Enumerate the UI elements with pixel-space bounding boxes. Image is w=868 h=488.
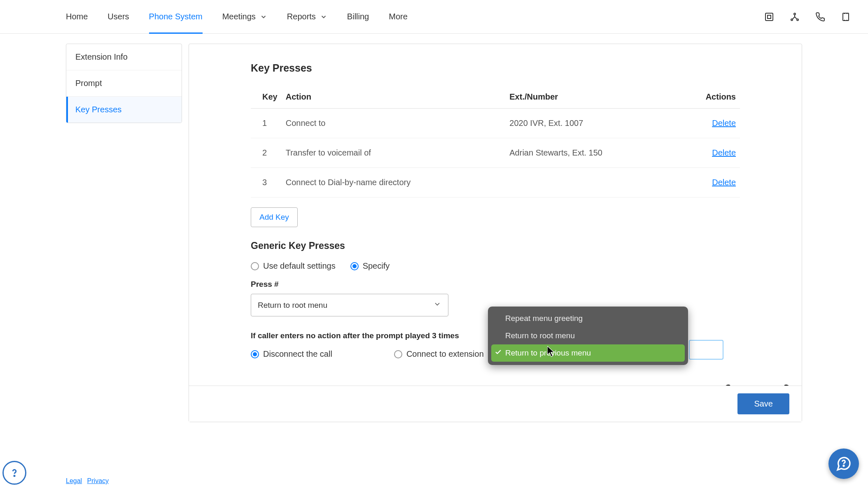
svg-point-3 <box>791 19 793 21</box>
svg-point-2 <box>794 13 796 15</box>
svg-rect-0 <box>765 13 773 21</box>
nav-reports[interactable]: Reports <box>287 0 327 33</box>
table-row: 1 Connect to 2020 IVR, Ext. 1007 Delete <box>251 109 740 138</box>
nav-home[interactable]: Home <box>66 0 88 33</box>
nav-billing[interactable]: Billing <box>347 0 369 33</box>
select-outline-behind <box>689 340 723 360</box>
cell-ext: 2020 IVR, Ext. 1007 <box>505 109 675 138</box>
check-icon <box>495 349 502 358</box>
content: Extension Info Prompt Key Presses Key Pr… <box>0 34 868 422</box>
col-actions: Actions <box>675 86 740 109</box>
cell-key: 2 <box>251 138 282 168</box>
nav-label: More <box>389 12 408 21</box>
cell-action: Transfer to voicemail of <box>282 138 506 168</box>
apps-icon[interactable] <box>763 11 775 23</box>
sidebar-item-label: Prompt <box>75 79 102 88</box>
dropdown-option-label: Repeat menu greeting <box>505 314 583 323</box>
radio-icon <box>350 262 359 270</box>
cell-ext <box>505 168 675 198</box>
nav-label: Billing <box>347 12 369 21</box>
dropdown-option-label: Return to previous menu <box>505 349 591 357</box>
cell-key: 1 <box>251 109 282 138</box>
generic-radio-row: Use default settings Specify <box>251 261 740 271</box>
sidebar: Extension Info Prompt Key Presses <box>66 44 182 422</box>
press-hash-select[interactable]: Return to root menu <box>251 294 448 316</box>
sidebar-card: Extension Info Prompt Key Presses <box>66 44 182 123</box>
cell-action: Connect to Dial-by-name directory <box>282 168 506 198</box>
nav-label: Users <box>107 12 129 21</box>
key-presses-table: Key Action Ext./Number Actions 1 Connect… <box>251 86 740 198</box>
cell-ext: Adrian Stewarts, Ext. 150 <box>505 138 675 168</box>
sidebar-item-prompt[interactable]: Prompt <box>66 70 182 97</box>
table-row: 2 Transfer to voicemail of Adrian Stewar… <box>251 138 740 168</box>
radio-use-default[interactable]: Use default settings <box>251 261 336 271</box>
sidebar-item-extension-info[interactable]: Extension Info <box>66 44 182 70</box>
svg-rect-1 <box>768 15 771 19</box>
table-row: 3 Connect to Dial-by-name directory Dele… <box>251 168 740 198</box>
delete-link[interactable]: Delete <box>712 148 736 157</box>
ticket-icon[interactable] <box>840 11 852 23</box>
delete-link[interactable]: Delete <box>712 178 736 187</box>
section-title-key-presses: Key Presses <box>251 62 740 74</box>
nav-users[interactable]: Users <box>107 0 129 33</box>
footer-bar: Save <box>189 386 802 422</box>
svg-point-4 <box>797 19 798 21</box>
nav-meetings[interactable]: Meetings <box>222 0 267 33</box>
radio-label: Use default settings <box>263 261 336 271</box>
radio-connect-ext[interactable]: Connect to extension <box>394 349 484 359</box>
cell-action: Connect to <box>282 109 506 138</box>
radio-label: Specify <box>363 261 390 271</box>
main-panel: Key Presses Key Action Ext./Number Actio… <box>189 44 802 422</box>
chevron-down-icon <box>320 13 327 21</box>
section-title-generic: Generic Key Presses <box>251 240 740 251</box>
dropdown-option-label: Return to root menu <box>505 331 575 340</box>
cell-key: 3 <box>251 168 282 198</box>
press-star-dropdown: Repeat menu greeting Return to root menu… <box>488 307 688 365</box>
nav-more[interactable]: More <box>389 0 408 33</box>
network-icon[interactable] <box>789 11 800 23</box>
top-nav: Home Users Phone System Meetings Reports… <box>0 0 868 34</box>
nav-label: Home <box>66 12 88 21</box>
nav-phone-system[interactable]: Phone System <box>149 0 203 33</box>
nav-label: Meetings <box>222 12 256 21</box>
top-nav-icons <box>763 11 852 23</box>
sidebar-item-label: Key Presses <box>75 105 121 114</box>
top-nav-items: Home Users Phone System Meetings Reports… <box>66 0 408 33</box>
col-key: Key <box>251 86 282 109</box>
radio-icon <box>394 350 402 358</box>
chevron-down-icon <box>260 13 267 21</box>
nav-label: Phone System <box>149 12 203 21</box>
col-action: Action <box>282 86 506 109</box>
dropdown-option-previous[interactable]: Return to previous menu <box>491 344 685 362</box>
dropdown-option-root[interactable]: Return to root menu <box>491 327 685 344</box>
col-ext: Ext./Number <box>505 86 675 109</box>
nav-label: Reports <box>287 12 316 21</box>
dropdown-option-repeat[interactable]: Repeat menu greeting <box>491 310 685 327</box>
radio-label: Connect to extension <box>406 349 484 359</box>
radio-label: Disconnect the call <box>263 349 332 359</box>
phone-icon[interactable] <box>814 11 826 23</box>
press-hash-label: Press # <box>251 280 740 289</box>
add-key-button[interactable]: Add Key <box>251 207 298 227</box>
delete-link[interactable]: Delete <box>712 119 736 128</box>
chevron-down-icon <box>433 300 441 310</box>
svg-rect-5 <box>843 13 849 21</box>
select-value: Return to root menu <box>258 301 327 310</box>
radio-icon <box>251 350 259 358</box>
radio-disconnect[interactable]: Disconnect the call <box>251 349 332 359</box>
save-button[interactable]: Save <box>737 393 789 414</box>
radio-specify[interactable]: Specify <box>350 261 390 271</box>
sidebar-item-key-presses[interactable]: Key Presses <box>66 97 182 123</box>
radio-icon <box>251 262 259 270</box>
sidebar-item-label: Extension Info <box>75 52 128 61</box>
